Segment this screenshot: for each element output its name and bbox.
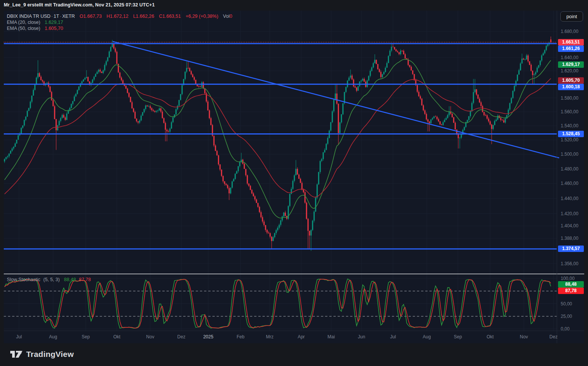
- price-axis-tick: 1.356,00: [561, 261, 579, 266]
- ohlc-low: L1.662,26: [133, 14, 154, 19]
- price-axis-tick: 1.440,00: [561, 196, 579, 201]
- stochastic-axis-tick: 0,00: [561, 326, 569, 332]
- price-axis-badge: 1.663,51: [558, 39, 584, 45]
- price-axis-badge: 1.661,26: [558, 45, 584, 52]
- ema50-legend-row[interactable]: EMA (50, close) 1.605,70: [7, 26, 63, 31]
- ema20-value: 1.629,17: [45, 20, 63, 25]
- ohlc-change: +6,29 (+0,38%): [186, 14, 218, 19]
- time-axis-label-mrz: Mrz: [266, 334, 274, 339]
- attribution-text: Mr_Lee_9 erstellt mit TradingView.com, N…: [4, 2, 155, 8]
- price-axis-badge: 1.528,45: [558, 131, 584, 137]
- symbol-legend-row[interactable]: DBIX INDIA TR USD·1T·XETR O1.667,73 H1.6…: [7, 14, 232, 19]
- price-axis-badge: 1.374,57: [558, 246, 584, 252]
- stochastic-legend-row[interactable]: Slow Stochastic(5, 5, 3) 88,4887,78: [7, 277, 91, 282]
- tradingview-logo[interactable]: TradingView: [10, 349, 74, 359]
- symbol-exchange: XETR: [62, 14, 75, 19]
- chart-canvas[interactable]: [0, 0, 588, 366]
- ema20-legend-row[interactable]: EMA (20, close) 1.629,17: [7, 20, 63, 25]
- price-axis-tick: 1.480,00: [561, 166, 579, 172]
- ema20-label: EMA (20, close): [7, 20, 40, 25]
- time-axis-label-okt: Okt: [487, 334, 494, 339]
- ohlc-high: H1.672,12: [107, 14, 129, 19]
- price-axis-tick: 1.500,00: [561, 152, 579, 157]
- price-axis-tick: 1.520,00: [561, 137, 579, 142]
- tradingview-logo-text: TradingView: [26, 350, 74, 359]
- time-axis-label-apr: Apr: [298, 334, 305, 339]
- price-axis-tick: 1.388,00: [561, 236, 579, 241]
- legend-separator: ·: [60, 14, 61, 19]
- price-axis-tick: 1.620,00: [561, 68, 579, 74]
- ohlc-close: C1.663,51: [159, 14, 181, 19]
- time-axis-label-nov: Nov: [146, 334, 154, 339]
- volume-label: Vol: [223, 14, 230, 19]
- time-axis-label-2025: 2025: [203, 334, 214, 339]
- price-axis-tick: 1.540,00: [561, 123, 579, 128]
- stochastic-axis-tick: 25,00: [561, 314, 572, 319]
- point-button[interactable]: point: [560, 11, 583, 22]
- tradingview-logo-icon: [10, 349, 23, 359]
- stochastic-params: (5, 5, 3): [43, 277, 60, 282]
- time-axis-label-aug: Aug: [49, 334, 57, 339]
- price-axis-tick: 1.460,00: [561, 181, 579, 186]
- stochastic-axis-badge: 88,48: [558, 281, 584, 288]
- time-axis-label-okt: Okt: [113, 334, 121, 339]
- stochastic-title: Slow Stochastic: [7, 277, 40, 282]
- symbol-interval: 1T: [53, 14, 59, 19]
- price-axis-tick: 1.580,00: [561, 95, 579, 101]
- price-axis-tick: 1.640,00: [561, 55, 579, 60]
- stochastic-d-value: 87,78: [79, 277, 91, 282]
- stochastic-axis-tick: 100,00: [561, 276, 575, 281]
- time-axis-label-sep: Sep: [82, 334, 90, 339]
- price-axis-tick: 1.404,00: [561, 223, 579, 228]
- time-axis-label-dez: Dez: [549, 334, 557, 339]
- price-axis-tick: 1.680,00: [561, 29, 579, 34]
- time-axis-label-jun: Jun: [358, 334, 365, 339]
- legend-separator: ·: [51, 14, 53, 19]
- volume-value: 0: [230, 14, 232, 19]
- ema50-value: 1.605,70: [45, 26, 63, 31]
- time-axis-label-feb: Feb: [237, 334, 245, 339]
- ema50-label: EMA (50, close): [7, 26, 40, 31]
- price-axis-badge: 1.605,70: [558, 77, 584, 84]
- time-axis-label-aug: Aug: [423, 334, 431, 339]
- tradingview-chart-screenshot: { "meta": { "attribution": "Mr_Lee_9 ers…: [0, 0, 588, 366]
- ohlc-open: O1.667,73: [80, 14, 102, 19]
- price-axis-badge: 1.600,18: [558, 84, 584, 90]
- stochastic-k-value: 88,48: [64, 277, 76, 282]
- time-axis-label-dez: Dez: [177, 334, 185, 339]
- price-axis-tick: 1.420,00: [561, 211, 579, 216]
- stochastic-axis-tick: 50,00: [561, 301, 572, 307]
- symbol-title: DBIX INDIA TR USD: [7, 14, 50, 19]
- price-axis-badge: 1.629,17: [558, 61, 584, 68]
- time-axis-label-jul: Jul: [390, 334, 396, 339]
- time-axis-label-sep: Sep: [454, 334, 462, 339]
- time-axis-label-jul: Jul: [16, 334, 22, 339]
- time-axis-label-mai: Mai: [327, 334, 335, 339]
- price-axis-tick: 1.560,00: [561, 109, 579, 114]
- time-axis-label-nov: Nov: [520, 334, 528, 339]
- stochastic-axis-badge: 87,78: [558, 288, 584, 294]
